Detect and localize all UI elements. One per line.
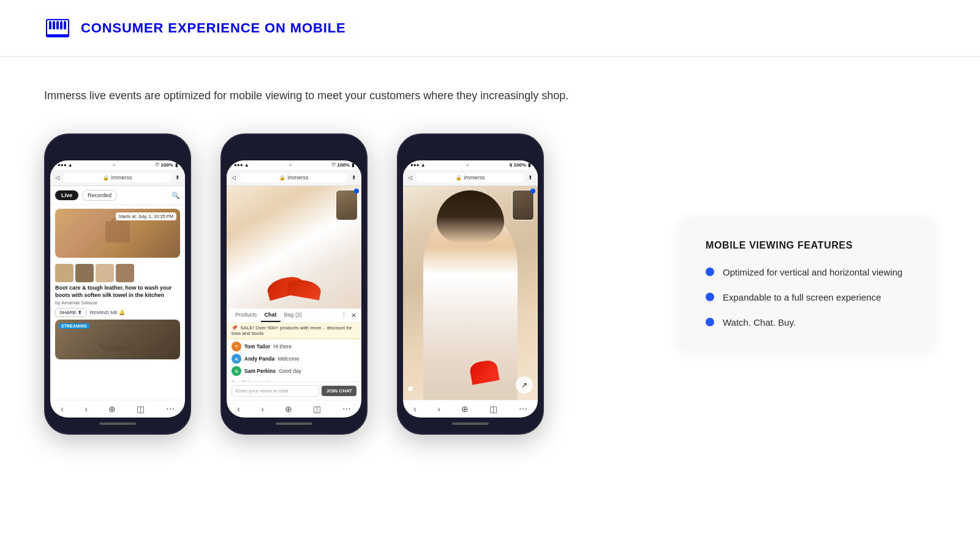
feature-item-2: Expandable to a full screen experience	[706, 291, 909, 304]
dot-indicator	[408, 386, 413, 391]
phone-1-navbar: ‹ › ⊕ ◫ ⋯	[50, 400, 185, 418]
lock-icon: 🔒	[103, 175, 109, 181]
phone-2-notch	[270, 143, 318, 157]
video-thumbnail	[336, 190, 358, 220]
sale-banner: 📌 SALE! Over 500+ products with more... …	[227, 323, 361, 339]
event-card-2[interactable]: STREAMING	[55, 320, 180, 359]
more-icon-3[interactable]: ⋯	[519, 404, 527, 414]
event-img-1: Starts at: July, 1, 10:35 PM	[55, 209, 180, 258]
more-icon[interactable]: ⋯	[166, 404, 175, 414]
sale-icon: 📌	[232, 325, 238, 331]
tab-live[interactable]: Live	[55, 190, 78, 200]
phone-3: ●●● ▲ ○ $ 100% ▮ ◁ 🔒 immerss	[397, 133, 544, 435]
phone-3-notch	[446, 143, 495, 157]
chat-msg-3: S Sam Perkins Good day	[232, 366, 356, 376]
phone-3-screen: ●●● ▲ ○ $ 100% ▮ ◁ 🔒 immerss	[403, 160, 538, 418]
search-nav-icon[interactable]: ⊕	[108, 404, 116, 414]
page-title: CONSUMER EXPERIENCE ON MOBILE	[81, 20, 346, 36]
chat-msg-2: A Andy Panda Welcome	[232, 354, 356, 364]
chat-input-row: Enter your name to chat JOIN CHAT	[227, 381, 361, 400]
status-bar-1: ●●● ▲ ○ ♡ 100% ▮	[50, 160, 185, 170]
phone-3-home-bar	[452, 422, 489, 425]
bookmark-icon-3[interactable]: ◫	[489, 404, 497, 414]
search-nav-icon-3[interactable]: ⊕	[461, 404, 469, 414]
share-button[interactable]: SHARE ⬆	[55, 308, 86, 317]
feature-text-3: Watch. Chat. Buy.	[723, 316, 796, 329]
avatar-sam: S	[232, 366, 241, 376]
svg-rect-1	[49, 22, 51, 29]
more-icon-2[interactable]: ⋯	[342, 404, 351, 414]
chat-input[interactable]: Enter your name to chat	[232, 385, 319, 397]
video-thumb-3	[512, 190, 534, 220]
thumbnail-row	[55, 264, 180, 282]
fullscreen-toggle-button[interactable]: ↗	[516, 377, 533, 394]
tab-chat[interactable]: Chat	[261, 309, 281, 322]
feature-text-2: Expandable to a full screen experience	[723, 291, 881, 304]
event-title: Boot care & tough leather, how to wash y…	[55, 285, 180, 299]
tab-products[interactable]: Products	[232, 309, 261, 322]
browser-bar-3: ◁ 🔒 immerss ⬆	[403, 170, 538, 186]
chat-msg-1: T Tom Tailor Hi there	[232, 342, 356, 351]
forward-icon-2[interactable]: ›	[261, 404, 264, 414]
status-bar-2: ●●● ▲ ○ ♡ 100% ▮	[227, 160, 361, 170]
phone-3-navbar: ‹ › ⊕ ◫ ⋯	[403, 400, 538, 418]
forward-icon[interactable]: ›	[85, 404, 88, 414]
feature-dot-2	[706, 293, 714, 301]
event-author: by Amanda Salazar	[55, 300, 180, 305]
svg-rect-7	[105, 221, 130, 242]
chat-tabs: Products Chat Bag (2) ⋮ ✕	[227, 309, 361, 323]
svg-rect-2	[53, 22, 55, 29]
phone-1-notch	[93, 143, 142, 157]
event-img-2: STREAMING	[55, 320, 180, 359]
remind-button[interactable]: REMIND ME 🔔	[90, 308, 126, 317]
features-title: MOBILE VIEWING FEATURES	[706, 240, 909, 251]
chat-tab-icons: ⋮ ✕	[341, 312, 356, 320]
avatar-tom: T	[232, 342, 241, 351]
phone-2-screen: ●●● ▲ ○ ♡ 100% ▮ ◁ 🔒 immerss	[227, 160, 361, 418]
features-box: MOBILE VIEWING FEATURES Optimized for ve…	[679, 218, 936, 351]
back-icon-3[interactable]: ‹	[413, 404, 417, 414]
live-badge	[354, 189, 359, 193]
bookmark-icon[interactable]: ◫	[137, 404, 145, 414]
browser-bar-1: ◁ 🔒 immerss ⬆	[50, 170, 185, 186]
tab-bag[interactable]: Bag (2)	[281, 309, 306, 322]
lock-icon-3: 🔒	[456, 175, 462, 181]
phone-2: ●●● ▲ ○ ♡ 100% ▮ ◁ 🔒 immerss	[221, 133, 368, 435]
tab-recorded[interactable]: Recorded	[82, 190, 117, 201]
feature-dot-1	[706, 268, 714, 276]
close-icon[interactable]: ✕	[351, 312, 356, 320]
logo-icon	[44, 15, 71, 42]
back-icon[interactable]: ‹	[61, 404, 64, 414]
event-info-1: Boot care & tough leather, how to wash y…	[50, 285, 185, 317]
lock-icon-2: 🔒	[279, 175, 285, 181]
search-icon[interactable]: 🔍	[172, 192, 180, 200]
browse-tabs: Live Recorded 🔍	[50, 186, 185, 205]
header: CONSUMER EXPERIENCE ON MOBILE	[0, 0, 980, 57]
video-area	[227, 186, 361, 309]
fullscreen-video: ↗	[403, 186, 538, 400]
search-nav-icon-2[interactable]: ⊕	[285, 404, 292, 414]
browser-bar-2: ◁ 🔒 immerss ⬆	[227, 170, 361, 186]
event-card-1[interactable]: Starts at: July, 1, 10:35 PM	[55, 209, 180, 258]
join-chat-button[interactable]: JOIN CHAT	[322, 386, 356, 396]
main-content: Immerss live events are optimized for mo…	[0, 57, 980, 471]
streaming-badge: STREAMING	[59, 323, 89, 329]
chat-messages: T Tom Tailor Hi there A Andy Panda Welco…	[227, 339, 361, 381]
feature-text-1: Optimized for vertical and horizontal vi…	[723, 266, 902, 279]
svg-rect-6	[47, 34, 69, 37]
phone-2-navbar: ‹ › ⊕ ◫ ⋯	[227, 400, 361, 418]
phone-1: ●●● ▲ ○ ♡ 100% ▮ ◁ 🔒 immerss	[44, 133, 191, 435]
phone-1-screen: ●●● ▲ ○ ♡ 100% ▮ ◁ 🔒 immerss	[50, 160, 185, 418]
phone-1-home-bar	[99, 422, 136, 425]
svg-rect-3	[56, 22, 59, 29]
status-bar-3: ●●● ▲ ○ $ 100% ▮	[403, 160, 538, 170]
live-dot-3	[530, 189, 535, 193]
feature-item-1: Optimized for vertical and horizontal vi…	[706, 266, 909, 279]
phone-2-home-bar	[276, 422, 312, 425]
forward-icon-3[interactable]: ›	[437, 404, 440, 414]
avatar-andy: A	[232, 354, 241, 364]
phones-row: ●●● ▲ ○ ♡ 100% ▮ ◁ 🔒 immerss	[44, 133, 936, 435]
more-options-icon[interactable]: ⋮	[341, 312, 347, 320]
bookmark-icon-2[interactable]: ◫	[313, 404, 321, 414]
back-icon-2[interactable]: ‹	[237, 404, 240, 414]
